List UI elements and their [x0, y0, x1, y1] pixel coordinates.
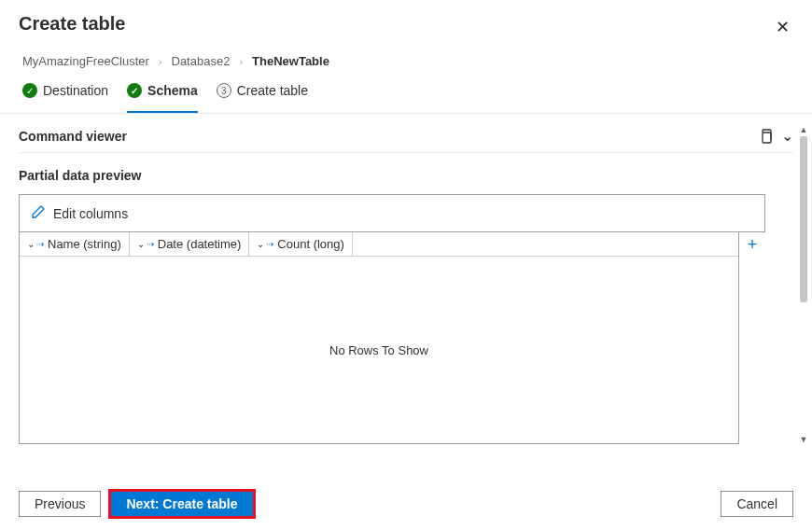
pencil-icon [31, 204, 46, 222]
previous-button[interactable]: Previous [19, 491, 101, 517]
scroll-down-icon: ▼ [800, 435, 808, 444]
breadcrumb-database[interactable]: Database2 [172, 54, 231, 68]
edit-columns-button[interactable]: Edit columns [19, 194, 765, 232]
chevron-right-icon: › [159, 56, 162, 67]
grid-empty-body: No Rows To Show [20, 257, 738, 443]
step-label: Schema [147, 83, 198, 98]
type-icon: ⇢ [266, 239, 273, 249]
scrollbar[interactable]: ▲ ▼ [799, 125, 808, 444]
step-label: Destination [43, 83, 108, 98]
close-button[interactable]: ✕ [772, 13, 793, 41]
cancel-button[interactable]: Cancel [721, 491, 793, 517]
column-header-count[interactable]: ⌄ ⇢ Count (long) [249, 232, 353, 256]
column-header-name[interactable]: ⌄ ⇢ Name (string) [20, 232, 130, 256]
step-destination[interactable]: ✓ Destination [22, 76, 108, 105]
add-column-button[interactable]: + [748, 235, 758, 255]
type-icon: ⇢ [36, 239, 44, 249]
copy-button[interactable] [759, 129, 772, 144]
command-viewer-title: Command viewer [19, 129, 127, 144]
breadcrumb-cluster[interactable]: MyAmazingFreeCluster [22, 54, 149, 68]
chevron-down-icon: ⌄ [137, 239, 145, 249]
scroll-thumb[interactable] [800, 136, 807, 302]
breadcrumb-table: TheNewTable [252, 54, 329, 68]
step-schema[interactable]: ✓ Schema [127, 76, 198, 105]
chevron-down-icon: ⌄ [781, 127, 793, 145]
step-label: Create table [237, 83, 308, 98]
preview-grid: ⌄ ⇢ Name (string) ⌄ ⇢ Date (datetime) ⌄ … [19, 231, 739, 444]
type-icon: ⇢ [147, 239, 154, 249]
scroll-up-icon: ▲ [800, 125, 808, 134]
next-create-table-button[interactable]: Next: Create table [110, 491, 253, 517]
step-create-table[interactable]: 3 Create table [217, 76, 308, 105]
step-number-icon: 3 [217, 83, 231, 98]
breadcrumb: MyAmazingFreeCluster › Database2 › TheNe… [0, 41, 812, 76]
expand-button[interactable]: ⌄ [781, 127, 793, 145]
svg-rect-0 [763, 132, 771, 143]
close-icon: ✕ [776, 18, 790, 36]
column-label: Count (long) [277, 237, 344, 251]
plus-icon: + [748, 235, 758, 254]
chevron-down-icon: ⌄ [27, 239, 35, 249]
chevron-down-icon: ⌄ [257, 239, 264, 249]
partial-data-preview-title: Partial data preview [19, 168, 793, 183]
column-label: Name (string) [48, 237, 121, 251]
page-title: Create table [19, 13, 126, 35]
grid-header-row: ⌄ ⇢ Name (string) ⌄ ⇢ Date (datetime) ⌄ … [20, 232, 738, 257]
column-label: Date (datetime) [158, 237, 242, 251]
no-rows-text: No Rows To Show [329, 343, 428, 357]
edit-columns-label: Edit columns [53, 206, 128, 221]
check-icon: ✓ [127, 83, 142, 98]
stepper: ✓ Destination ✓ Schema 3 Create table [0, 76, 812, 114]
column-header-date[interactable]: ⌄ ⇢ Date (datetime) [130, 232, 250, 256]
chevron-right-icon: › [239, 56, 243, 67]
check-icon: ✓ [22, 83, 37, 98]
copy-icon [759, 129, 772, 144]
